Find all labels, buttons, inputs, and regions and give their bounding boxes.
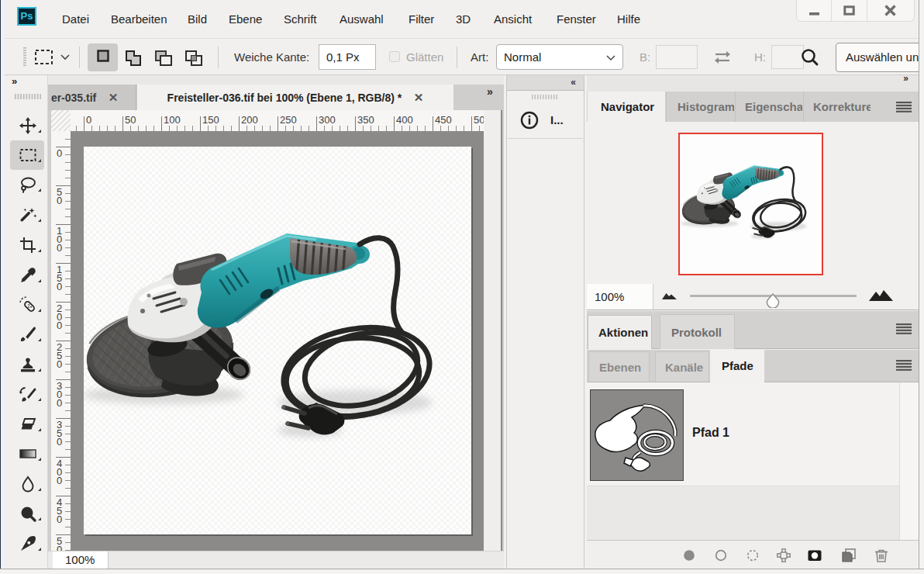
svg-text:450: 450	[435, 114, 452, 126]
svg-text:0: 0	[57, 242, 62, 254]
svg-text:0: 0	[57, 436, 62, 448]
svg-text:300: 300	[319, 114, 336, 126]
svg-text:0: 0	[57, 397, 62, 409]
svg-text:0: 0	[57, 358, 62, 370]
svg-text:0: 0	[57, 544, 62, 551]
svg-text:0: 0	[57, 147, 62, 159]
svg-text:0: 0	[57, 281, 62, 292]
svg-text:100: 100	[164, 114, 181, 126]
svg-text:0: 0	[57, 320, 62, 331]
svg-text:400: 400	[396, 114, 413, 126]
svg-text:150: 150	[202, 114, 219, 126]
svg-text:350: 350	[357, 114, 374, 126]
svg-text:250: 250	[280, 114, 297, 126]
svg-text:500: 500	[474, 114, 484, 126]
svg-text:0: 0	[57, 475, 62, 486]
svg-text:0: 0	[57, 195, 62, 206]
svg-text:200: 200	[241, 114, 258, 126]
svg-text:50: 50	[125, 114, 136, 126]
svg-text:0: 0	[57, 513, 62, 525]
svg-text:0: 0	[86, 114, 91, 126]
